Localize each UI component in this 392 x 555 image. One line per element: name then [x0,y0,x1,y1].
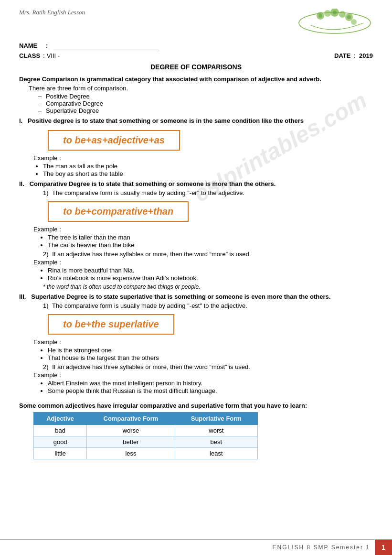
header-title: Mrs. Ratih English Lesson [19,9,85,16]
formula-box-3: to be+the superlative [48,314,174,335]
list-item: Some people think that Russian is the mo… [48,387,373,394]
page-title: DEGREE OF COMPARISONS [19,63,373,71]
list-item: The car is heavier than the bike [48,241,373,249]
intro-bold: Degree Comparison is grammatical categor… [19,76,373,83]
section1-heading-text: Positive degree is to state that somethi… [28,117,304,124]
formula-text-3: to be+the superlative [63,319,159,329]
section2-point2: 2) If an adjective has three syllables o… [43,250,373,258]
example-label-1: Example : [33,154,373,162]
examples-list-1: The man as tall as the pole The boy as s… [43,163,373,177]
list-item: That house is the largest than the other… [48,354,373,361]
decoration-icon [297,9,373,37]
class-value: VIII - [47,52,60,59]
date-part: DATE : 2019 [334,52,373,59]
name-label: NAME [19,42,43,49]
section3-formula-box: to be+the superlative [33,310,373,338]
roman-2: II. [19,180,24,187]
name-row: NAME : [19,41,373,50]
note-text-2: * the word than is often used to compare… [43,283,201,290]
list-item: Rio’s notebook is more expensive than Ad… [48,274,373,282]
formula-text-2: to be+comparative+than [63,206,173,217]
section1-heading: I. Positive degree is to state that some… [19,117,373,124]
table-cell: best [175,436,257,448]
example-label-2a: Example : [33,226,373,233]
class-colon: : [43,52,45,59]
section2-note: * the word than is often used to compare… [43,283,373,290]
section2-point2-text: If an adjective has three syllables or m… [52,250,251,258]
table-row: littlelessleast [34,448,258,459]
section1-formula-box: to be+as+adjective+as [33,126,373,154]
footer-page-number: 1 [375,540,392,555]
list-item: Albert Einstein was the most intelligent… [48,380,373,387]
page: Mrs. Ratih English Lesson NAME : CLAS [0,0,392,555]
content: NAME : CLASS : VIII - DATE : 2019 DEGREE… [0,41,392,469]
section3-heading-text: Superlative Degree is to state superlati… [31,293,330,300]
table-cell: good [34,436,87,448]
date-colon: : [353,52,355,59]
svg-point-4 [339,11,346,18]
section2-heading-text: Comparative Degree is to state that some… [30,180,276,187]
list-item: The tree is taller than the man [48,234,373,241]
examples-list-3a: He is the strongest one That house is th… [48,347,373,361]
table-intro: Some common adjectives have irregular co… [19,402,373,409]
list-item: Superlative Degree [38,107,373,114]
section3-point2: 2) If an adjective has three syllables o… [43,363,373,370]
svg-point-2 [324,10,331,17]
table-row: goodbetterbest [34,436,258,448]
formula-box-2: to be+comparative+than [48,201,189,222]
table-cell: better [87,436,175,448]
example-label-2b: Example : [33,259,373,266]
section2-formula-box: to be+comparative+than [33,197,373,226]
roman-3: III. [19,293,26,300]
footer-text: ENGLISH 8 SMP Semester 1 [272,544,370,551]
section2-point1: 1) The comparative form is usually made … [43,189,373,196]
date-label: DATE [334,52,350,59]
svg-point-7 [318,14,322,18]
svg-point-8 [333,11,337,14]
table-cell: least [175,448,257,459]
formula-box-1: to be+as+adjective+as [48,130,180,151]
table-row: badworseworst [34,425,258,436]
section3-point2-text: If an adjective has three syllables or m… [52,363,250,370]
header: Mrs. Ratih English Lesson [0,0,392,41]
list-item: Rina is more beautiful than Nia. [48,267,373,274]
class-date-row: CLASS : VIII - DATE : 2019 [19,52,373,59]
col-header-superlative: Superlative Form [175,413,257,425]
example-label-3a: Example : [33,338,373,346]
svg-point-9 [347,15,351,19]
example-label-3b: Example : [33,371,373,379]
table-header-row: Adjective Comparative Form Superlative F… [34,413,258,425]
intro-sub: There are three form of comparison. [29,85,373,92]
table-cell: less [87,448,175,459]
col-header-comparative: Comparative Form [87,413,175,425]
forms-list: Positive Degree Comparative Degree Super… [38,93,373,114]
list-item: Positive Degree [38,93,373,100]
list-item: Comparative Degree [38,100,373,107]
name-colon: : [46,42,51,49]
list-item: The man as tall as the pole [43,163,373,170]
table-section: Some common adjectives have irregular co… [19,402,373,459]
list-item: He is the strongest one [48,347,373,354]
comparison-table: Adjective Comparative Form Superlative F… [33,412,258,459]
examples-list-2b: Rina is more beautiful than Nia. Rio’s n… [48,267,373,282]
section2-heading: II. Comparative Degree is to state that … [19,180,373,187]
examples-list-2a: The tree is taller than the man The car … [48,234,373,249]
svg-point-6 [351,19,357,25]
class-part: CLASS : VIII - [19,52,60,59]
examples-list-3b: Albert Einstein was the most intelligent… [48,380,373,394]
date-value: 2019 [359,52,373,59]
table-cell: little [34,448,87,459]
section3-heading: III. Superlative Degree is to state supe… [19,293,373,300]
section2-point1-text: The comparative form is usually made by … [52,189,244,196]
section3-point1-text: The comparative form is usually made by … [52,302,247,309]
class-label: CLASS [19,52,40,59]
footer-bar: ENGLISH 8 SMP Semester 1 1 [0,540,392,555]
name-field[interactable] [53,41,159,50]
roman-1: I. [19,117,22,124]
section3-point1: 1) The comparative form is usually made … [43,302,373,309]
list-item: The boy as short as the table [43,170,373,177]
table-cell: bad [34,425,87,436]
table-cell: worst [175,425,257,436]
col-header-adjective: Adjective [34,413,87,425]
table-cell: worse [87,425,175,436]
